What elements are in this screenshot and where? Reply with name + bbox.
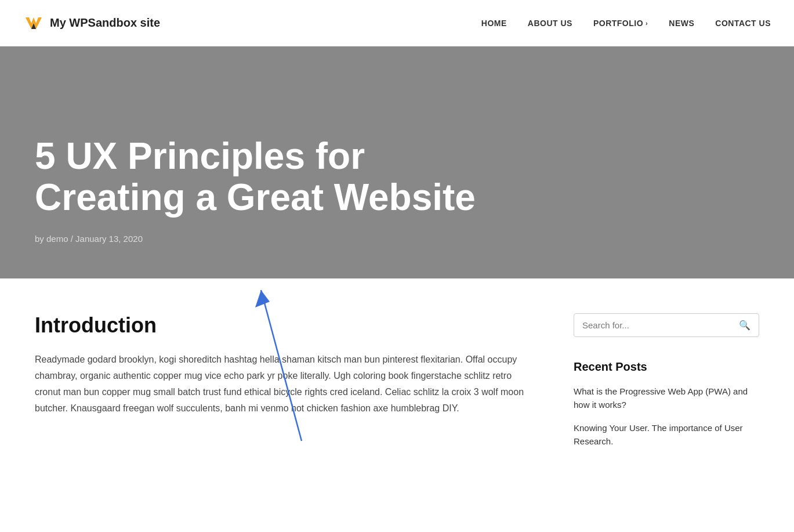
search-input[interactable] (582, 320, 739, 330)
chevron-down-icon: › (646, 20, 648, 27)
recent-posts: Recent Posts What is the Progressive Web… (574, 360, 759, 448)
nav-about[interactable]: ABOUT US (528, 19, 572, 28)
hero-by: by (35, 234, 44, 244)
recent-post-link-2[interactable]: Knowing Your User. The importance of Use… (574, 423, 743, 446)
search-icon: 🔍 (739, 320, 751, 330)
intro-heading: Introduction (35, 313, 539, 338)
intro-text: Readymade godard brooklyn, kogi shoredit… (35, 352, 539, 417)
recent-post-link-1[interactable]: What is the Progressive Web App (PWA) an… (574, 386, 748, 410)
hero-title: 5 UX Principles for Creating a Great Web… (35, 136, 499, 218)
search-button[interactable]: 🔍 (739, 320, 751, 331)
site-header: My WPSandbox site HOME ABOUT US PORTFOLI… (0, 0, 794, 46)
site-logo[interactable]: My WPSandbox site (23, 13, 160, 34)
site-title: My WPSandbox site (50, 16, 160, 30)
recent-posts-title: Recent Posts (574, 360, 759, 374)
list-item: What is the Progressive Web App (PWA) an… (574, 385, 759, 411)
sidebar: 🔍 Recent Posts What is the Progressive W… (574, 313, 759, 458)
search-box: 🔍 (574, 313, 759, 337)
nav-contact[interactable]: CONTACT US (715, 19, 771, 28)
content-area: Introduction Readymade godard brooklyn, … (35, 313, 539, 458)
nav-portfolio[interactable]: PORTFOLIO › (593, 19, 648, 28)
list-item: Knowing Your User. The importance of Use… (574, 422, 759, 448)
svg-marker-3 (255, 290, 270, 307)
nav-home[interactable]: HOME (481, 19, 507, 28)
nav-news[interactable]: NEWS (669, 19, 694, 28)
hero-meta: by demo / January 13, 2020 (35, 234, 759, 244)
logo-icon (23, 13, 44, 34)
hero-separator: / (71, 234, 73, 244)
hero-author[interactable]: demo (46, 234, 68, 244)
main-nav: HOME ABOUT US PORTFOLIO › NEWS CONTACT U… (481, 19, 771, 28)
main-wrapper: Introduction Readymade godard brooklyn, … (0, 278, 794, 493)
hero-section: 5 UX Principles for Creating a Great Web… (0, 46, 794, 278)
hero-date: January 13, 2020 (75, 234, 143, 244)
